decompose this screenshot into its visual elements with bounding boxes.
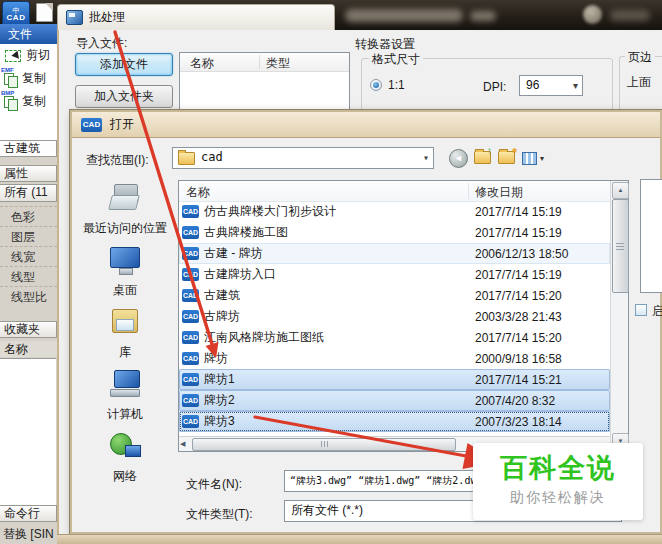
property-row[interactable]: 线型	[0, 266, 57, 286]
place-item[interactable]: 计算机	[76, 368, 174, 428]
cad-file-icon: CAD	[182, 310, 199, 323]
favorites-list-area[interactable]	[0, 358, 56, 506]
file-row[interactable]: CAD 江南风格牌坊施工图纸 2017/7/14 15:20	[179, 327, 610, 348]
batch-column-type[interactable]: 类型	[266, 55, 290, 72]
menu-item-label: 剪切	[26, 47, 50, 64]
scale-1-1-radio[interactable]	[370, 79, 382, 91]
tab-properties[interactable]: 属性	[0, 165, 57, 182]
file-rows: CAD 仿古典牌楼大门初步设计 2017/7/14 15:19 CAD 古典牌楼…	[179, 201, 610, 451]
menu-item[interactable]: EMF 复制	[0, 67, 57, 90]
background-app-panel: 文件 剪切 EMF 复制 BMP 复制 古建筑 属性 所有 (11	[0, 24, 57, 544]
cad-app-icon: CAD	[81, 118, 102, 132]
scroll-left-icon[interactable]: ◀	[180, 440, 185, 448]
vertical-scroll-thumb[interactable]	[612, 199, 629, 293]
menu-item[interactable]: BMP 复制	[0, 90, 57, 113]
command-line-text: 替换 [SIN	[3, 526, 54, 543]
up-one-level-icon[interactable]	[474, 151, 491, 164]
file-name: 牌坊	[204, 350, 228, 367]
file-name: 古建筑	[204, 287, 240, 304]
horizontal-scroll-thumb[interactable]	[192, 438, 456, 451]
file-row[interactable]: CAD 古建 - 牌坊 2006/12/13 18:50	[179, 243, 610, 264]
preview-checkbox[interactable]	[635, 304, 647, 316]
file-row[interactable]: CAD 牌坊 2000/9/18 16:58	[179, 348, 610, 369]
file-date: 2007/4/20 8:32	[475, 394, 555, 408]
vertical-scrollbar[interactable]: ▲ ▼	[610, 181, 628, 451]
property-row[interactable]: 图层	[0, 226, 57, 246]
open-dialog-titlebar[interactable]: CAD 打开	[72, 112, 660, 138]
cad-file-icon: CAD	[182, 394, 199, 407]
file-name: 古牌坊	[204, 308, 240, 325]
place-item[interactable]: 最近访问的位置	[76, 182, 174, 242]
property-row[interactable]: 线宽	[0, 246, 57, 266]
tab-command-line[interactable]: 命令行	[0, 505, 57, 522]
place-item[interactable]: 网络	[76, 430, 174, 490]
file-menu[interactable]: 文件	[0, 24, 57, 44]
scroll-up-icon[interactable]: ▲	[612, 182, 629, 199]
file-date: 2017/7/14 15:19	[475, 205, 562, 219]
file-row[interactable]: CAD 牌坊3 2007/3/23 18:14	[179, 411, 610, 432]
new-folder-icon[interactable]	[498, 151, 515, 164]
column-header-name[interactable]: 名称	[186, 184, 210, 201]
file-row[interactable]: CAD 古牌坊 2003/3/28 21:43	[179, 306, 610, 327]
tab-favorites[interactable]: 收藏夹	[0, 321, 57, 338]
folder-icon	[178, 152, 195, 165]
dpi-label: DPI:	[483, 80, 506, 94]
file-row[interactable]: CAD 古建筑 2017/7/14 15:20	[179, 285, 610, 306]
views-icon[interactable]	[522, 152, 537, 165]
cad-file-icon: CAD	[182, 373, 199, 386]
menu-item[interactable]: 剪切	[0, 44, 57, 67]
dpi-dropdown[interactable]: 96	[519, 75, 583, 96]
place-icon	[107, 430, 143, 464]
cad-file-icon: CAD	[182, 352, 199, 365]
back-icon[interactable]: ◄	[449, 149, 468, 168]
batch-dialog-titlebar[interactable]: 批处理	[57, 4, 335, 30]
place-label: 网络	[113, 469, 137, 483]
new-document-icon[interactable]	[36, 3, 53, 22]
batch-column-name[interactable]: 名称	[190, 55, 214, 72]
look-in-dropdown[interactable]: cad	[172, 147, 434, 169]
import-files-label: 导入文件:	[76, 35, 127, 52]
preview-panel	[640, 179, 662, 293]
cad-file-icon: CAD	[182, 247, 199, 260]
file-date: 2003/3/28 21:43	[475, 310, 562, 324]
file-row[interactable]: CAD 牌坊1 2017/7/14 15:21	[179, 369, 610, 390]
look-in-label: 查找范围(I):	[86, 152, 149, 169]
tab-ancient-building[interactable]: 古建筑	[0, 140, 57, 157]
file-name: 江南风格牌坊施工图纸	[204, 329, 324, 346]
file-name-label: 文件名(N):	[186, 476, 242, 493]
favorites-name-header: 名称	[0, 341, 57, 357]
file-date: 2006/12/13 18:50	[475, 247, 568, 261]
property-row[interactable]: 线型比	[0, 286, 57, 306]
place-icon	[107, 182, 143, 216]
place-label: 库	[119, 345, 131, 359]
file-row[interactable]: CAD 仿古典牌楼大门初步设计 2017/7/14 15:19	[179, 201, 610, 222]
file-row[interactable]: CAD 牌坊2 2007/4/20 8:32	[179, 390, 610, 411]
file-date: 2017/7/14 15:19	[475, 226, 562, 240]
add-folder-button[interactable]: 加入文件夹	[75, 85, 173, 108]
file-name: 仿古典牌楼大门初步设计	[204, 203, 336, 220]
file-name: 古建牌坊入口	[204, 266, 276, 283]
filter-all-dropdown[interactable]: 所有 (11	[0, 184, 57, 202]
preview-checkbox-label: 启	[652, 303, 662, 320]
open-dialog-title: 打开	[110, 116, 134, 133]
column-divider	[468, 183, 469, 199]
blurred-badge-icon	[583, 5, 602, 24]
batch-dialog-bottom-frame	[57, 534, 662, 544]
place-item[interactable]: 桌面	[76, 244, 174, 304]
file-date: 2017/7/14 15:19	[475, 268, 562, 282]
format-badge: BMP	[1, 90, 14, 96]
margins-group-label: 页边	[625, 49, 655, 66]
watermark-title: 百科全说	[473, 450, 643, 486]
place-item[interactable]: 库	[76, 306, 174, 366]
file-type-label: 文件类型(T):	[186, 506, 253, 523]
add-files-button[interactable]: 添加文件	[75, 53, 173, 76]
file-row[interactable]: CAD 古建牌坊入口 2017/7/14 15:19	[179, 264, 610, 285]
views-caret-icon[interactable]: ▾	[540, 154, 544, 163]
property-row[interactable]: 色彩	[0, 206, 57, 226]
column-header-date[interactable]: 修改日期	[475, 184, 523, 201]
file-row[interactable]: CAD 古典牌楼施工图 2017/7/14 15:19	[179, 222, 610, 243]
batch-dialog-title: 批处理	[89, 9, 125, 26]
column-divider	[259, 55, 260, 69]
file-date: 2007/3/23 18:14	[475, 415, 562, 429]
blurred-title-text	[610, 10, 650, 21]
